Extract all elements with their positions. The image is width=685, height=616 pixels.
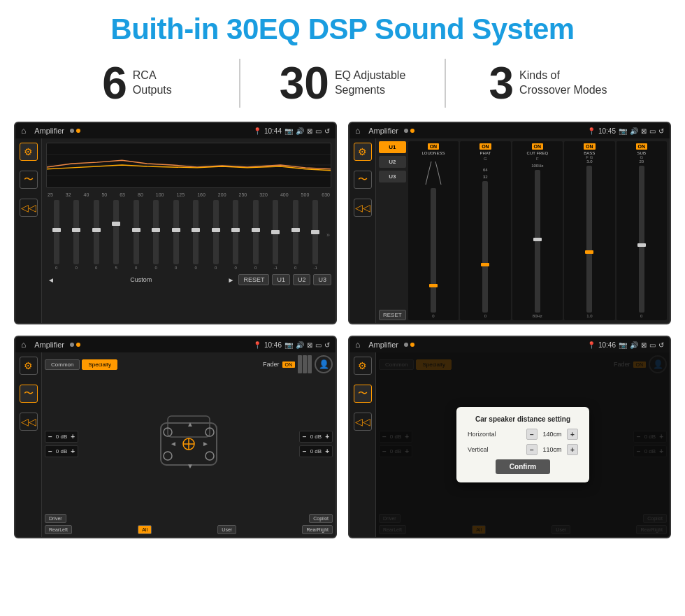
horizontal-minus[interactable]: − xyxy=(526,429,538,440)
eq-slider-5[interactable]: 0 xyxy=(147,200,166,270)
sub-val: 0 xyxy=(640,314,642,318)
dot-3 xyxy=(404,129,408,133)
eq-controls: ◄ Custom ► RESET U1 U2 U3 xyxy=(46,274,331,285)
vertical-minus[interactable]: − xyxy=(526,444,538,455)
specialty-tab[interactable]: Specialty xyxy=(82,359,117,370)
status-right-4: 📍 10:46 📷 🔊 ⊠ ▭ ↺ xyxy=(587,341,664,349)
fader-track-1[interactable] xyxy=(298,355,302,373)
vol-icon-4[interactable]: ◁◁ xyxy=(354,413,372,431)
driver-btn[interactable]: Driver xyxy=(45,514,66,523)
rearleft-btn[interactable]: RearLeft xyxy=(45,525,72,534)
vertical-plus[interactable]: + xyxy=(567,444,578,455)
eq-slider-11[interactable]: -1 xyxy=(267,200,285,270)
all-btn[interactable]: All xyxy=(138,525,152,534)
speaker-screen: ⌂ Amplifier 📍 10:46 📷 🔊 ⊠ ▭ ↺ ⚙ 〜 ◁◁ xyxy=(14,336,337,538)
location-icon: 📍 xyxy=(253,127,261,135)
cutfreq-slider[interactable] xyxy=(535,170,540,313)
eq-screen: ⌂ Amplifier 📍 10:44 📷 🔊 ⊠ ▭ ↺ ⚙ 〜 ◁◁ xyxy=(14,122,337,324)
home-icon-3[interactable]: ⌂ xyxy=(21,340,26,350)
phat-on[interactable]: ON xyxy=(480,143,491,150)
eq-slider-13[interactable]: -1 xyxy=(307,200,325,270)
home-icon[interactable]: ⌂ xyxy=(21,126,26,136)
wave-icon-2[interactable]: 〜 xyxy=(354,171,372,189)
loudness-on[interactable]: ON xyxy=(428,143,440,150)
confirm-button[interactable]: Confirm xyxy=(496,459,550,474)
u1-btn[interactable]: U1 xyxy=(272,274,290,285)
copilot-btn[interactable]: Copilot xyxy=(309,514,333,523)
preset-u3[interactable]: U3 xyxy=(379,171,406,182)
home-icon-2[interactable]: ⌂ xyxy=(355,126,360,136)
eq-slider-6[interactable]: 0 xyxy=(167,200,185,270)
sub-on[interactable]: ON xyxy=(636,143,648,150)
common-tab[interactable]: Common xyxy=(45,359,80,370)
eq-slider-1[interactable]: 0 xyxy=(68,200,86,270)
fader-track-2[interactable] xyxy=(303,355,307,373)
cutfreq-label: CUT FREQ xyxy=(527,151,549,155)
bass-3: 3.0 xyxy=(586,159,592,164)
vol-plus-fr[interactable]: + xyxy=(325,433,329,440)
vol-icon-3[interactable]: ◁◁ xyxy=(20,413,38,431)
vol-minus-rl[interactable]: − xyxy=(48,447,52,455)
preset-u2[interactable]: U2 xyxy=(379,156,406,168)
fader-track-3[interactable] xyxy=(308,355,312,373)
crossover-sidebar: ⚙ 〜 ◁◁ xyxy=(349,138,376,323)
eq-icon-2[interactable]: ⚙ xyxy=(354,143,372,161)
eq-slider-3[interactable]: 5 xyxy=(108,200,126,270)
back-icon-2[interactable]: ↺ xyxy=(658,127,664,135)
vol-icon-2[interactable]: ◁◁ xyxy=(354,199,372,217)
horizontal-plus[interactable]: + xyxy=(567,429,578,440)
vol-plus-rr[interactable]: + xyxy=(325,447,329,455)
home-icon-4[interactable]: ⌂ xyxy=(355,340,360,350)
eq-slider-9[interactable]: 0 xyxy=(227,200,245,270)
u2-btn[interactable]: U2 xyxy=(293,274,311,285)
vol-plus-rl[interactable]: + xyxy=(71,447,75,455)
vol-plus-fl[interactable]: + xyxy=(71,433,75,440)
vol-icon[interactable]: ◁◁ xyxy=(20,199,38,217)
vol-minus-fl[interactable]: − xyxy=(48,433,52,440)
svg-point-8 xyxy=(206,452,214,460)
back-icon[interactable]: ↺ xyxy=(324,127,330,135)
fader-on-badge[interactable]: ON xyxy=(282,361,296,368)
sub-slider[interactable] xyxy=(639,166,644,313)
reset-btn[interactable]: RESET xyxy=(238,274,269,285)
vol-minus-fr[interactable]: − xyxy=(303,433,307,440)
dialog-overlay: Car speaker distance setting Horizontal … xyxy=(376,352,670,537)
speaker-buttons-row: Driver Copilot xyxy=(45,514,333,523)
cutfreq-val: 80Hz xyxy=(533,314,542,318)
phat-slider[interactable] xyxy=(482,181,488,313)
vol-minus-rr[interactable]: − xyxy=(303,447,307,455)
wave-icon-3[interactable]: 〜 xyxy=(20,385,38,403)
back-icon-3[interactable]: ↺ xyxy=(324,341,330,349)
eq-slider-0[interactable]: 0 xyxy=(48,200,66,270)
status-indicators-4 xyxy=(404,343,414,347)
eq-icon-3[interactable]: ⚙ xyxy=(20,357,38,375)
wave-icon-4[interactable]: 〜 xyxy=(354,385,372,403)
eq-slider-2[interactable]: 0 xyxy=(87,200,106,270)
eq-icon[interactable]: ⚙ xyxy=(20,143,38,161)
eq-slider-10[interactable]: 0 xyxy=(247,200,265,270)
eq-slider-8[interactable]: 0 xyxy=(207,200,225,270)
dot-6 xyxy=(76,343,80,347)
vol-val-rl: 0 dB xyxy=(54,448,69,454)
next-arrow[interactable]: ► xyxy=(226,275,236,285)
eq-icon-4[interactable]: ⚙ xyxy=(354,357,372,375)
wave-icon[interactable]: 〜 xyxy=(20,171,38,189)
prev-arrow[interactable]: ◄ xyxy=(46,275,56,285)
speaker-settings-icon[interactable]: 👤 xyxy=(315,355,333,373)
preset-u1[interactable]: U1 xyxy=(379,141,406,153)
crossover-reset[interactable]: RESET xyxy=(379,310,406,320)
rearright-btn[interactable]: RearRight xyxy=(302,525,333,534)
bass-slider[interactable] xyxy=(586,166,592,313)
eq-slider-7[interactable]: 0 xyxy=(187,200,206,270)
cutfreq-on[interactable]: ON xyxy=(532,143,544,150)
bass-on[interactable]: ON xyxy=(584,143,596,150)
volume-icon-4: 🔊 xyxy=(630,341,638,349)
u3-btn[interactable]: U3 xyxy=(313,274,331,285)
back-icon-4[interactable]: ↺ xyxy=(658,341,664,349)
speaker-main: Common Specialty Fader ON 👤 xyxy=(42,352,336,537)
eq-slider-12[interactable]: 0 xyxy=(287,200,305,270)
eq-slider-4[interactable]: 0 xyxy=(127,200,145,270)
loudness-slider[interactable] xyxy=(431,188,436,313)
user-btn[interactable]: User xyxy=(217,525,236,534)
location-icon-2: 📍 xyxy=(587,127,596,135)
